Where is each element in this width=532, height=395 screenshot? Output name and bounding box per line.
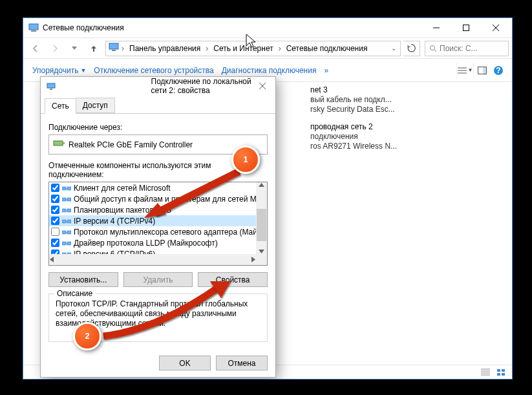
component-checkbox[interactable] — [51, 228, 59, 236]
breadcrumb[interactable]: › Панель управления › Сеть и Интернет › … — [105, 41, 401, 56]
svg-rect-35 — [67, 198, 71, 201]
component-checkbox[interactable] — [51, 217, 59, 225]
component-row[interactable]: Общий доступ к файлам и принтерам для се… — [49, 193, 267, 204]
scroll-left-icon[interactable] — [49, 257, 55, 262]
chevron-down-icon: ▼ — [80, 67, 86, 74]
diagnose-button[interactable]: Диагностика подключения — [218, 63, 321, 78]
component-label: Драйвер протокола LLDP (Майкрософт) — [74, 239, 218, 248]
connection-item[interactable]: проводная сеть 2 подключения ros AR9271 … — [275, 122, 397, 151]
horizontal-scrollbar[interactable] — [49, 254, 256, 265]
component-label: Общий доступ к файлам и принтерам для се… — [74, 195, 258, 204]
minimize-button[interactable] — [421, 18, 451, 37]
tab-network[interactable]: Сеть — [45, 98, 76, 114]
scroll-down-icon[interactable] — [259, 248, 264, 254]
protocol-icon — [62, 239, 71, 248]
component-row[interactable]: Драйвер протокола LLDP (Майкрософт) — [49, 237, 267, 248]
breadcrumb-control-panel[interactable]: Панель управления — [127, 43, 203, 54]
svg-text:?: ? — [496, 66, 500, 75]
connection-status: подключения — [310, 132, 397, 142]
protocol-icon — [62, 184, 71, 193]
component-row[interactable]: Планировщик пакетов QoS — [49, 204, 267, 215]
search-input[interactable]: Поиск: С... — [425, 41, 509, 56]
chevron-right-icon[interactable]: › — [120, 44, 125, 53]
protocol-icon — [62, 206, 71, 215]
organize-menu[interactable]: Упорядочить▼ — [28, 63, 90, 78]
svg-rect-21 — [497, 369, 500, 372]
toolbar-more-button[interactable]: » — [320, 63, 332, 78]
nav-history-button[interactable] — [65, 41, 83, 56]
component-checkbox[interactable] — [51, 195, 59, 203]
svg-rect-1 — [31, 30, 36, 32]
component-checkbox[interactable] — [51, 184, 59, 192]
maximize-button[interactable] — [451, 18, 481, 37]
tab-access[interactable]: Доступ — [76, 98, 115, 113]
chevron-down-icon[interactable]: ⌄ — [390, 45, 398, 52]
dialog-footer: OK Отмена — [159, 356, 268, 370]
description-title: Описание — [54, 289, 95, 298]
connection-name: net 3 — [310, 85, 395, 95]
disable-device-button[interactable]: Отключение сетевого устройства — [90, 63, 217, 78]
svg-rect-30 — [63, 142, 65, 144]
large-icons-view-icon[interactable] — [495, 367, 507, 378]
component-checkbox[interactable] — [51, 239, 59, 247]
component-row[interactable]: IP версии 4 (TCP/IPv4) — [49, 215, 267, 226]
vertical-scrollbar[interactable] — [256, 182, 267, 254]
chevron-right-icon[interactable]: › — [277, 44, 282, 53]
control-panel-icon — [109, 42, 119, 54]
nav-forward-button[interactable] — [46, 41, 64, 56]
scroll-up-icon[interactable] — [259, 182, 264, 188]
nav-back-button[interactable] — [27, 41, 45, 56]
svg-rect-6 — [109, 43, 118, 49]
view-options-button[interactable]: ▼ — [456, 63, 473, 78]
connection-item[interactable]: net 3 вый кабель не подкл... rsky Securi… — [275, 85, 395, 114]
network-settings-icon — [28, 23, 39, 33]
breadcrumb-network-internet[interactable]: Сеть и Интернет — [211, 43, 275, 54]
protocol-icon — [62, 217, 71, 226]
adapter-icon — [53, 139, 65, 150]
svg-rect-31 — [62, 187, 66, 190]
chevron-right-icon[interactable]: › — [204, 44, 209, 53]
search-icon — [429, 45, 437, 52]
address-bar: › Панель управления › Сеть и Интернет › … — [23, 37, 512, 59]
component-row[interactable]: Клиент для сетей Microsoft — [49, 182, 267, 193]
dialog-close-button[interactable] — [252, 78, 273, 94]
wifi-icon — [275, 122, 304, 148]
svg-line-9 — [434, 50, 436, 52]
titlebar: Сетевые подключения — [23, 18, 512, 37]
svg-rect-14 — [483, 67, 486, 74]
svg-point-8 — [431, 45, 435, 50]
install-button[interactable]: Установить... — [48, 272, 118, 287]
component-label: Клиент для сетей Microsoft — [74, 184, 171, 193]
connect-using-label: Подключение через: — [48, 123, 268, 132]
svg-rect-23 — [497, 373, 500, 376]
nav-up-button[interactable] — [85, 41, 103, 56]
svg-rect-22 — [502, 369, 505, 372]
scrollbar-thumb[interactable] — [257, 209, 266, 241]
component-label: Протокол мультиплексора сетевого адаптер… — [74, 228, 257, 237]
component-checkbox[interactable] — [51, 206, 59, 214]
ok-button[interactable]: OK — [159, 356, 211, 370]
svg-rect-40 — [62, 220, 66, 223]
svg-rect-44 — [67, 231, 71, 234]
refresh-button[interactable] — [403, 41, 420, 56]
breadcrumb-network-connections[interactable]: Сетевые подключения — [284, 43, 370, 54]
adapter-name: Realtek PCIe GbE Family Controller — [69, 140, 193, 149]
svg-rect-34 — [62, 198, 66, 201]
svg-rect-46 — [62, 242, 66, 245]
svg-rect-41 — [67, 220, 71, 223]
svg-rect-43 — [62, 231, 66, 234]
svg-rect-26 — [50, 89, 52, 90]
properties-button[interactable]: Свойства — [198, 272, 268, 287]
component-label: Планировщик пакетов QoS — [74, 206, 171, 215]
dialog-title: Подключение по локальной сети 2: свойств… — [151, 77, 253, 95]
preview-pane-button[interactable] — [473, 63, 490, 78]
component-row[interactable]: Протокол мультиплексора сетевого адаптер… — [49, 226, 267, 237]
scroll-right-icon[interactable] — [250, 257, 256, 262]
component-label: IP версии 4 (TCP/IPv4) — [74, 217, 155, 226]
protocol-icon — [62, 195, 71, 204]
help-button[interactable]: ? — [490, 63, 507, 78]
close-button[interactable] — [481, 18, 511, 37]
details-view-icon[interactable] — [480, 367, 491, 378]
ethernet-icon — [275, 85, 304, 111]
cancel-button[interactable]: Отмена — [216, 356, 268, 370]
